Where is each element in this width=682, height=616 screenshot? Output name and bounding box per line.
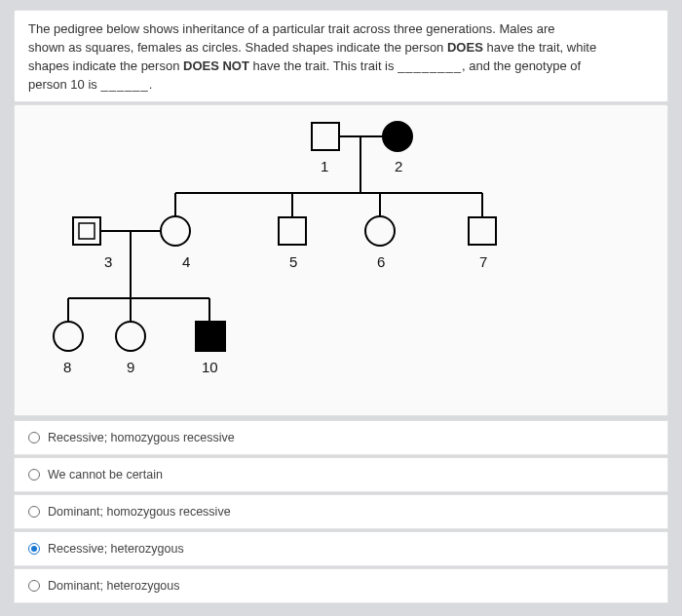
- label-5: 5: [289, 253, 297, 270]
- option-d[interactable]: Recessive; heterozygous: [14, 531, 668, 566]
- radio-icon: [28, 506, 40, 518]
- label-1: 1: [321, 158, 328, 174]
- radio-icon: [28, 580, 40, 592]
- label-4: 4: [182, 253, 190, 270]
- person-1-square: [312, 123, 339, 150]
- person-3-inner: [79, 223, 95, 239]
- radio-icon: [28, 469, 40, 481]
- blank-2: ______: [100, 77, 148, 92]
- label-3: 3: [104, 253, 112, 270]
- label-7: 7: [479, 253, 487, 270]
- pedigree-svg: [15, 105, 669, 417]
- does-label: DOES: [447, 40, 483, 55]
- option-c[interactable]: Dominant; homozygous recessive: [14, 494, 668, 529]
- qline3c: , and the genotype of: [462, 58, 581, 73]
- person-4-circle: [161, 216, 190, 246]
- blank-1: ________: [398, 58, 462, 73]
- doesnot-label: DOES NOT: [183, 58, 249, 73]
- person-3-square: [73, 217, 100, 245]
- label-8: 8: [63, 359, 71, 375]
- option-label: We cannot be certain: [48, 468, 163, 481]
- qline4a: person 10 is: [28, 77, 100, 92]
- answer-options: Recessive; homozygous recessive We canno…: [14, 420, 668, 603]
- qline2b: have the trait, white: [483, 40, 596, 55]
- person-9-circle: [116, 322, 145, 351]
- label-10: 10: [202, 359, 218, 375]
- radio-icon: [28, 543, 40, 555]
- person-10-square: [196, 322, 225, 351]
- person-5-square: [279, 217, 306, 245]
- period: .: [149, 77, 153, 92]
- person-7-square: [469, 217, 496, 245]
- qline1: The pedigree below shows inheritance of …: [28, 21, 555, 36]
- option-a[interactable]: Recessive; homozygous recessive: [14, 420, 668, 455]
- option-b[interactable]: We cannot be certain: [14, 457, 668, 492]
- qline3a: shapes indicate the person: [28, 58, 183, 73]
- qline3b: have the trait. This trait is: [249, 58, 398, 73]
- radio-icon: [28, 432, 40, 443]
- label-9: 9: [127, 359, 134, 375]
- option-e[interactable]: Dominant; heterozygous: [14, 568, 668, 603]
- person-6-circle: [365, 216, 395, 246]
- qline2a: shown as squares, females as circles. Sh…: [28, 40, 447, 55]
- pedigree-diagram: 1 2 3 4 5 6 7 8 9 10: [14, 104, 668, 416]
- person-8-circle: [54, 322, 83, 351]
- question-text: The pedigree below shows inheritance of …: [28, 20, 654, 94]
- person-2-circle: [383, 122, 412, 151]
- option-label: Recessive; homozygous recessive: [48, 431, 235, 444]
- option-label: Dominant; homozygous recessive: [48, 505, 231, 519]
- option-label: Dominant; heterozygous: [48, 579, 180, 593]
- option-label: Recessive; heterozygous: [48, 542, 184, 556]
- label-2: 2: [395, 158, 402, 174]
- label-6: 6: [377, 253, 385, 270]
- question-card: The pedigree below shows inheritance of …: [14, 10, 668, 102]
